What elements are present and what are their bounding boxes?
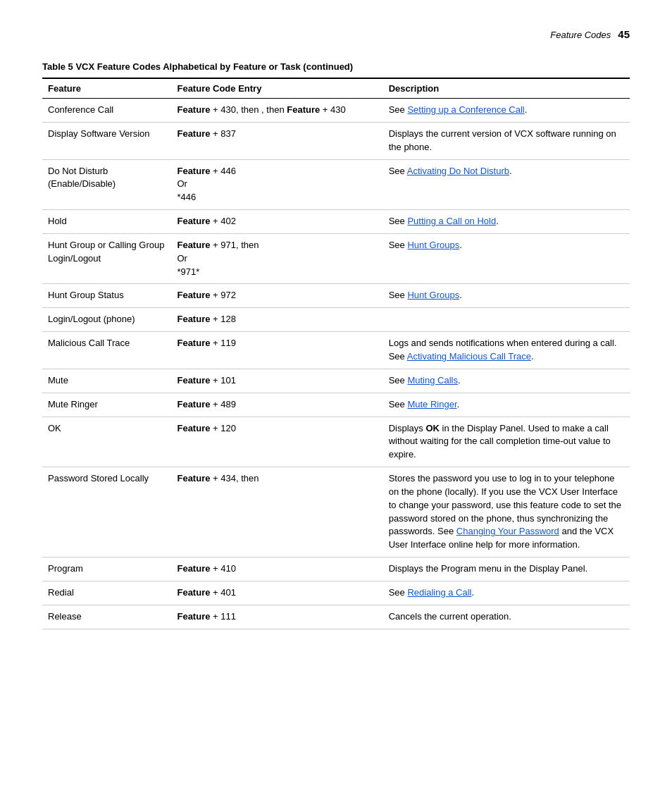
- code-entry-cell: Feature + 111: [171, 605, 382, 629]
- code-entry-cell: Feature + 489: [171, 393, 382, 417]
- page-number: 45: [618, 28, 630, 40]
- table-row: Hunt Group or Calling Group Login/Logout…: [42, 233, 630, 284]
- code-entry-cell: Feature + 434, then: [171, 467, 382, 557]
- code-entry-cell: Feature + 430, then , then Feature + 430: [171, 99, 382, 123]
- link[interactable]: Changing Your Password: [456, 526, 559, 536]
- feature-cell: Password Stored Locally: [42, 467, 171, 557]
- feature-cell: Redial: [42, 581, 171, 605]
- table-row: Conference CallFeature + 430, then , the…: [42, 99, 630, 123]
- table-row: Password Stored LocallyFeature + 434, th…: [42, 467, 630, 557]
- description-cell: See Redialing a Call.: [383, 581, 630, 605]
- description-cell: See Setting up a Conference Call.: [383, 99, 630, 123]
- description-cell: See Hunt Groups.: [383, 233, 630, 284]
- description-cell: Stores the password you use to log in to…: [383, 467, 630, 557]
- table-row: HoldFeature + 402See Putting a Call on H…: [42, 210, 630, 234]
- description-cell: See Activating Do Not Disturb.: [383, 159, 630, 210]
- table-title: Table 5 VCX Feature Codes Alphabetical b…: [42, 61, 630, 72]
- feature-cell: Hunt Group or Calling Group Login/Logout: [42, 233, 171, 284]
- table-row: OKFeature + 120Displays OK in the Displa…: [42, 417, 630, 467]
- table-row: Display Software VersionFeature + 837Dis…: [42, 122, 630, 159]
- description-cell: Displays the current version of VCX soft…: [383, 122, 630, 159]
- feature-cell: Release: [42, 605, 171, 629]
- feature-cell: Display Software Version: [42, 122, 171, 159]
- description-cell: Cancels the current operation.: [383, 605, 630, 629]
- table-row: Malicious Call TraceFeature + 119Logs an…: [42, 332, 630, 369]
- description-cell: See Hunt Groups.: [383, 284, 630, 308]
- page-header: Feature Codes45: [42, 28, 630, 40]
- feature-cell: Mute: [42, 369, 171, 393]
- feature-cell: Program: [42, 557, 171, 581]
- description-cell: See Muting Calls.: [383, 369, 630, 393]
- table-title-text: Table 5 VCX Feature Codes Alphabetical b…: [42, 61, 353, 72]
- link[interactable]: Muting Calls: [407, 375, 458, 386]
- feature-cell: Login/Logout (phone): [42, 308, 171, 332]
- feature-cell: Malicious Call Trace: [42, 332, 171, 369]
- table-header-row: Feature Feature Code Entry Description: [42, 78, 630, 99]
- description-cell: [383, 308, 630, 332]
- link[interactable]: Hunt Groups: [407, 240, 459, 250]
- table-row: Mute RingerFeature + 489See Mute Ringer.: [42, 393, 630, 417]
- header-title: Feature Codes: [550, 30, 611, 40]
- col-header-desc: Description: [383, 78, 630, 99]
- code-entry-cell: Feature + 837: [171, 122, 382, 159]
- description-cell: Displays the Program menu in the Display…: [383, 557, 630, 581]
- code-entry-cell: Feature + 120: [171, 417, 382, 467]
- table-row: MuteFeature + 101See Muting Calls.: [42, 369, 630, 393]
- feature-cell: Hunt Group Status: [42, 284, 171, 308]
- link[interactable]: Setting up a Conference Call: [407, 104, 524, 115]
- link[interactable]: Hunt Groups: [407, 290, 459, 300]
- table-row: ReleaseFeature + 111Cancels the current …: [42, 605, 630, 629]
- code-entry-cell: Feature + 446Or*446: [171, 159, 382, 210]
- table-row: RedialFeature + 401See Redialing a Call.: [42, 581, 630, 605]
- col-header-feature: Feature: [42, 78, 171, 99]
- link[interactable]: Activating Do Not Disturb: [407, 166, 509, 176]
- col-header-code: Feature Code Entry: [171, 78, 382, 99]
- code-entry-cell: Feature + 101: [171, 369, 382, 393]
- link[interactable]: Mute Ringer: [407, 399, 456, 409]
- feature-cell: Do Not Disturb(Enable/Disable): [42, 159, 171, 210]
- code-entry-cell: Feature + 401: [171, 581, 382, 605]
- table-row: ProgramFeature + 410Displays the Program…: [42, 557, 630, 581]
- feature-cell: Hold: [42, 210, 171, 234]
- code-entry-cell: Feature + 128: [171, 308, 382, 332]
- code-entry-cell: Feature + 402: [171, 210, 382, 234]
- feature-cell: OK: [42, 417, 171, 467]
- description-cell: See Mute Ringer.: [383, 393, 630, 417]
- description-cell: See Putting a Call on Hold.: [383, 210, 630, 234]
- link[interactable]: Redialing a Call: [407, 587, 471, 598]
- description-cell: Logs and sends notifications when entere…: [383, 332, 630, 369]
- feature-codes-table: Feature Feature Code Entry Description C…: [42, 78, 630, 629]
- link[interactable]: Activating Malicious Call Trace: [407, 351, 531, 362]
- table-row: Hunt Group StatusFeature + 972See Hunt G…: [42, 284, 630, 308]
- code-entry-cell: Feature + 972: [171, 284, 382, 308]
- table-row: Do Not Disturb(Enable/Disable)Feature + …: [42, 159, 630, 210]
- feature-cell: Conference Call: [42, 99, 171, 123]
- link[interactable]: Putting a Call on Hold: [407, 216, 496, 226]
- code-entry-cell: Feature + 119: [171, 332, 382, 369]
- feature-cell: Mute Ringer: [42, 393, 171, 417]
- code-entry-cell: Feature + 971, then Or*971*: [171, 233, 382, 284]
- description-cell: Displays OK in the Display Panel. Used t…: [383, 417, 630, 467]
- table-row: Login/Logout (phone)Feature + 128: [42, 308, 630, 332]
- code-entry-cell: Feature + 410: [171, 557, 382, 581]
